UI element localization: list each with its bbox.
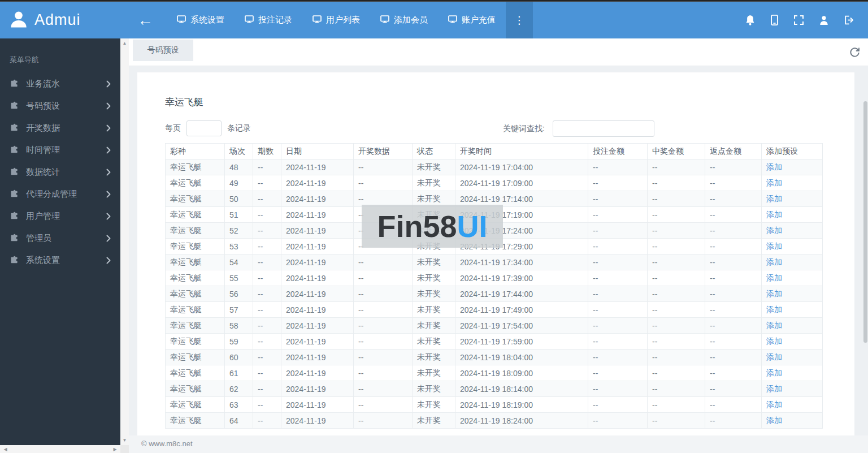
scroll-up-icon[interactable]: ▲ (120, 39, 129, 48)
brand[interactable]: Admui (0, 2, 120, 38)
keyword-input[interactable] (553, 120, 654, 137)
table-cell: 添加 (762, 318, 823, 334)
table-cell: -- (705, 159, 762, 175)
add-preset-link[interactable]: 添加 (766, 321, 782, 330)
table-cell: -- (354, 286, 413, 302)
table-cell: 添加 (762, 175, 823, 191)
add-preset-link[interactable]: 添加 (766, 194, 782, 203)
user-icon[interactable] (819, 15, 828, 25)
table-cell: 2024-11-19 18:19:00 (455, 397, 588, 413)
add-preset-link[interactable]: 添加 (766, 352, 782, 361)
brand-name: Admui (34, 11, 81, 29)
table-cell: 幸运飞艇 (166, 175, 225, 191)
sidebar-item-administrator[interactable]: 管理员 (0, 227, 120, 249)
nav-item-user-list[interactable]: 用户列表 (302, 2, 370, 38)
sidebar-item-data-statistics[interactable]: 数据统计 (0, 161, 120, 183)
sidebar-item-time-management[interactable]: 时间管理 (0, 139, 120, 161)
table-cell: -- (705, 286, 762, 302)
add-preset-link[interactable]: 添加 (766, 289, 782, 298)
table-cell: 2024-11-19 (281, 350, 354, 365)
nav-item-add-member[interactable]: 添加会员 (370, 2, 438, 38)
add-preset-link[interactable]: 添加 (766, 226, 782, 235)
table-cell: -- (648, 191, 705, 207)
add-preset-link[interactable]: 添加 (766, 162, 782, 171)
refresh-icon[interactable] (849, 46, 861, 60)
table-cell: 幸运飞艇 (166, 207, 225, 223)
table-cell: 添加 (762, 365, 823, 381)
more-menu-button[interactable]: ⋮ (506, 2, 533, 38)
table-cell: 添加 (762, 397, 823, 413)
tab-number-preset[interactable]: 号码预设 (133, 40, 193, 61)
column-header: 状态 (413, 144, 455, 159)
sidebar-item-number-preset[interactable]: 号码预设 (0, 95, 120, 117)
scroll-left-icon[interactable]: ◀ (1, 445, 10, 453)
sidebar-item-lottery-data[interactable]: 开奖数据 (0, 117, 120, 139)
scroll-down-icon[interactable]: ▼ (120, 436, 129, 445)
sidebar-item-user-management[interactable]: 用户管理 (0, 205, 120, 227)
table-cell: -- (705, 302, 762, 318)
table-cell: 60 (225, 350, 253, 365)
chevron-right-icon (106, 146, 111, 154)
table-cell: -- (648, 270, 705, 286)
table-row: 幸运飞艇61--2024-11-19--未开奖2024-11-19 18:09:… (166, 365, 823, 381)
table-cell: -- (253, 159, 281, 175)
add-preset-link[interactable]: 添加 (766, 305, 782, 314)
back-arrow-icon[interactable]: ← (120, 2, 167, 38)
nav-item-bet-records[interactable]: 投注记录 (235, 2, 302, 38)
per-page-prefix-label: 每页 (165, 123, 181, 133)
logout-icon[interactable] (844, 15, 854, 25)
table-cell: 50 (225, 191, 253, 207)
mobile-icon[interactable] (771, 15, 778, 25)
monitor-icon (380, 15, 389, 25)
scroll-right-icon[interactable]: ▶ (111, 445, 119, 453)
chevron-right-icon (106, 191, 111, 198)
table-cell: 2024-11-19 (281, 223, 354, 239)
add-preset-link[interactable]: 添加 (766, 210, 782, 219)
table-cell: -- (705, 175, 762, 191)
table-row: 幸运飞艇58--2024-11-19--未开奖2024-11-19 17:54:… (166, 318, 823, 334)
sidebar-item-system-settings[interactable]: 系统设置 (0, 249, 120, 271)
add-preset-link[interactable]: 添加 (766, 257, 782, 266)
table-cell: -- (354, 159, 413, 175)
add-preset-link[interactable]: 添加 (766, 368, 782, 377)
horizontal-scrollbar[interactable]: ◀ ▶ (0, 445, 120, 453)
table-row: 幸运飞艇59--2024-11-19--未开奖2024-11-19 17:59:… (166, 334, 823, 350)
chevron-right-icon (106, 80, 111, 88)
sidebar-scrollbar[interactable]: ▲ ▼ (120, 38, 129, 445)
table-cell: -- (648, 286, 705, 302)
table-cell: -- (253, 318, 281, 334)
add-preset-link[interactable]: 添加 (766, 273, 782, 282)
sidebar-item-label: 时间管理 (26, 145, 60, 156)
table-cell: 添加 (762, 302, 823, 318)
per-page-input[interactable] (186, 120, 222, 136)
content-scrollbar-thumb[interactable] (863, 101, 867, 343)
sidebar-item-agent-commission[interactable]: 代理分成管理 (0, 183, 120, 205)
table-cell: -- (648, 334, 705, 350)
add-preset-link[interactable]: 添加 (766, 400, 782, 409)
table-cell: 2024-11-19 17:44:00 (455, 286, 588, 302)
fullscreen-icon[interactable] (794, 15, 804, 25)
table-cell: 2024-11-19 (281, 318, 354, 334)
nav-item-system-settings[interactable]: 系统设置 (167, 2, 235, 38)
chevron-right-icon (106, 169, 111, 176)
table-cell: 63 (225, 397, 253, 413)
content-scrollbar[interactable] (863, 66, 868, 435)
add-preset-link[interactable]: 添加 (766, 336, 782, 346)
table-cell: 2024-11-19 18:09:00 (455, 365, 588, 381)
add-preset-link[interactable]: 添加 (766, 178, 782, 187)
add-preset-link[interactable]: 添加 (766, 384, 782, 393)
table-cell: 2024-11-19 17:49:00 (455, 302, 588, 318)
sidebar-item-label: 代理分成管理 (26, 189, 77, 200)
table-cell: -- (253, 334, 281, 350)
sidebar-item-label: 数据统计 (26, 167, 60, 178)
table-cell: 2024-11-19 18:04:00 (455, 350, 588, 365)
nav-item-account-recharge[interactable]: 账户充值 (438, 2, 506, 38)
table-cell: -- (648, 397, 705, 413)
sidebar-item-business-flow[interactable]: 业务流水 (0, 73, 120, 95)
table-body: 幸运飞艇48--2024-11-19--未开奖2024-11-19 17:04:… (166, 159, 823, 429)
add-preset-link[interactable]: 添加 (766, 241, 782, 251)
add-preset-link[interactable]: 添加 (766, 416, 782, 425)
monitor-icon (245, 15, 254, 25)
table-cell: -- (588, 159, 648, 175)
bell-icon[interactable] (745, 15, 755, 25)
